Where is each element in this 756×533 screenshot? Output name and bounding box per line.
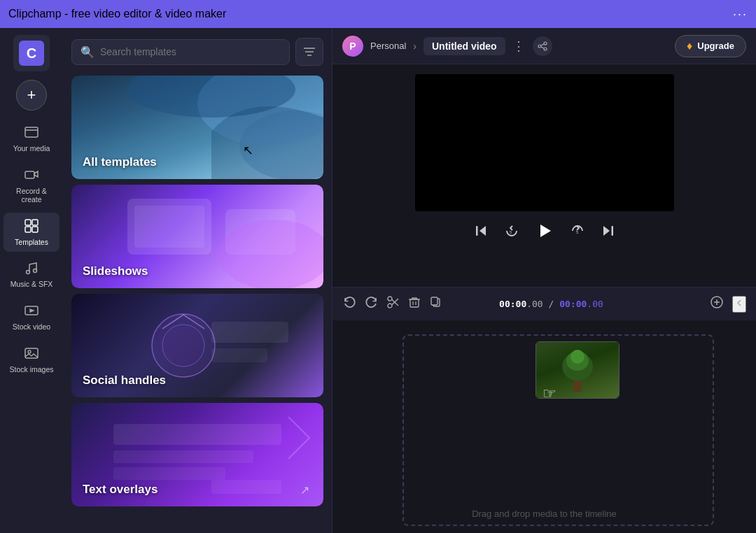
- sidebar-item-templates[interactable]: Templates: [4, 213, 59, 253]
- search-input[interactable]: [100, 46, 281, 57]
- time-display: 00:00.00 / 00:00.00: [499, 299, 603, 309]
- upgrade-label: Upgrade: [697, 41, 734, 51]
- svg-rect-5: [32, 227, 38, 232]
- logo-area: C: [13, 35, 50, 71]
- video-preview: 5 5: [332, 64, 756, 287]
- svg-point-31: [544, 48, 547, 50]
- svg-rect-9: [25, 348, 38, 358]
- editor-header: P Personal › Untitled video ⋮ ♦ Upgrade: [332, 28, 756, 64]
- upgrade-button[interactable]: ♦ Upgrade: [675, 35, 746, 57]
- search-icon: 🔍: [80, 45, 94, 59]
- search-input-wrap[interactable]: 🔍: [71, 39, 290, 65]
- svg-rect-3: [32, 220, 38, 225]
- cut-button[interactable]: [387, 296, 400, 312]
- svg-rect-50: [573, 381, 582, 392]
- sidebar-item-stock-images[interactable]: Stock images: [4, 340, 59, 380]
- sidebar-item-music[interactable]: Music & SFX: [4, 255, 59, 294]
- editor-area: P Personal › Untitled video ⋮ ♦ Upgrade: [332, 28, 756, 533]
- search-bar-area: 🔍: [63, 28, 332, 76]
- rewind-button[interactable]: 5: [504, 223, 519, 239]
- template-card-slideshows[interactable]: Slideshows: [71, 185, 323, 288]
- your-media-icon: [24, 125, 39, 142]
- text-overlays-label: Text overlays: [83, 483, 158, 497]
- filter-button[interactable]: [295, 38, 323, 66]
- svg-text:5: 5: [510, 230, 512, 234]
- fast-forward-button[interactable]: 5: [570, 223, 585, 239]
- music-icon: [24, 260, 39, 278]
- svg-line-39: [392, 299, 398, 306]
- create-button[interactable]: +: [16, 80, 47, 111]
- breadcrumb-arrow: ›: [413, 41, 416, 52]
- svg-rect-18: [134, 206, 204, 248]
- svg-line-40: [392, 299, 398, 305]
- playback-controls: 5 5: [473, 221, 616, 241]
- current-time: 00:00: [499, 299, 526, 309]
- svg-rect-32: [476, 226, 478, 236]
- total-ms: .00: [587, 299, 603, 309]
- delete-button[interactable]: [408, 296, 421, 312]
- icon-sidebar: C + Your media Record & create Templates: [0, 28, 63, 533]
- video-title[interactable]: Untitled video: [424, 37, 505, 55]
- music-label: Music & SFX: [10, 280, 53, 289]
- slideshows-label: Slideshows: [83, 264, 148, 278]
- svg-rect-27: [113, 467, 225, 480]
- template-card-all[interactable]: All templates ↖: [71, 76, 323, 179]
- stock-images-label: Stock images: [9, 365, 53, 374]
- drag-hint: Drag and drop media to the timeline: [332, 509, 756, 519]
- personal-label: Personal: [370, 41, 406, 51]
- svg-point-29: [544, 42, 547, 45]
- add-track-button[interactable]: [710, 295, 724, 313]
- template-card-social[interactable]: Social handles: [71, 294, 323, 397]
- window-controls[interactable]: ···: [733, 7, 748, 22]
- app-title: Clipchamp - free video editor & video ma…: [8, 8, 226, 20]
- svg-point-22: [162, 325, 204, 367]
- titlebar: Clipchamp - free video editor & video ma…: [0, 0, 756, 28]
- svg-rect-46: [431, 297, 438, 305]
- timeline-media-thumbnail[interactable]: [536, 341, 620, 399]
- copy-to-clipboard-button[interactable]: [429, 296, 442, 312]
- svg-rect-23: [211, 322, 288, 343]
- personal-avatar: P: [342, 36, 363, 57]
- title-more-button[interactable]: ⋮: [512, 38, 526, 54]
- template-card-text-overlays[interactable]: Text overlays ↗: [71, 403, 323, 506]
- svg-rect-0: [25, 127, 38, 137]
- sidebar-item-record[interactable]: Record & create: [4, 162, 59, 210]
- stock-video-icon: [24, 303, 39, 320]
- share-button[interactable]: [533, 36, 552, 56]
- your-media-label: Your media: [13, 144, 50, 153]
- total-time: 00:00: [559, 299, 587, 309]
- svg-rect-2: [25, 220, 31, 225]
- diamond-icon: ♦: [687, 40, 692, 52]
- record-label: Record & create: [8, 187, 55, 204]
- svg-marker-34: [540, 225, 551, 237]
- template-panel: 🔍 All templates: [63, 28, 332, 533]
- svg-text:5: 5: [576, 230, 579, 234]
- record-icon: [24, 167, 39, 185]
- svg-point-53: [570, 350, 584, 364]
- sidebar-item-your-media[interactable]: Your media: [4, 119, 59, 159]
- svg-point-30: [538, 45, 541, 48]
- svg-rect-26: [113, 450, 253, 463]
- skip-to-end-button[interactable]: [601, 223, 616, 239]
- svg-rect-28: [211, 480, 281, 494]
- stock-images-icon: [24, 346, 39, 363]
- all-templates-label: All templates: [83, 155, 157, 169]
- undo-button[interactable]: [342, 295, 356, 313]
- templates-label: Templates: [15, 238, 48, 247]
- redo-button[interactable]: [365, 295, 379, 313]
- logo-icon: C: [19, 41, 44, 66]
- video-canvas: [415, 74, 674, 211]
- svg-rect-41: [410, 299, 419, 307]
- svg-rect-25: [113, 424, 281, 445]
- collapse-timeline-button[interactable]: [732, 296, 746, 313]
- social-handles-label: Social handles: [83, 374, 166, 388]
- svg-point-37: [388, 304, 392, 308]
- play-button[interactable]: [535, 221, 554, 241]
- sidebar-item-stock-video[interactable]: Stock video: [4, 297, 59, 337]
- skip-to-start-button[interactable]: [473, 223, 489, 239]
- timeline-toolbar: 00:00.00 / 00:00.00: [332, 287, 756, 320]
- svg-point-10: [28, 350, 31, 353]
- svg-point-7: [34, 269, 37, 273]
- svg-rect-1: [25, 171, 34, 178]
- current-ms: .00: [526, 299, 542, 309]
